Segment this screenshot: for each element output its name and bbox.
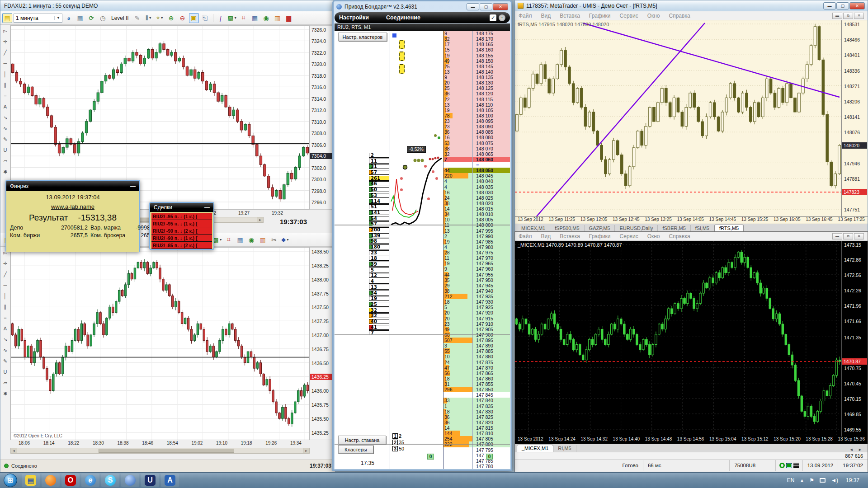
ladder-row[interactable]: 25148 145 xyxy=(443,64,510,69)
ladder-row[interactable]: 18147 930 xyxy=(443,299,510,305)
droplet-icon[interactable]: ⬥▼ xyxy=(280,235,290,245)
menu-Справка[interactable]: Справка xyxy=(669,13,690,19)
ladder-row[interactable]: 44147 955 xyxy=(443,272,510,277)
ie-icon[interactable]: e xyxy=(81,474,99,487)
menu-Графики[interactable]: Графики xyxy=(589,13,611,19)
cluster-value[interactable]: 19 xyxy=(369,296,389,301)
ladder-row[interactable]: 33147 840 xyxy=(443,398,510,403)
firefox-icon[interactable] xyxy=(42,474,60,487)
zoom-in-icon[interactable]: ⊕ xyxy=(166,13,176,23)
feather-icon[interactable]: ✎ xyxy=(132,13,142,23)
menu-Сервис[interactable]: Сервис xyxy=(620,233,638,239)
index-hscrollbar[interactable]: ◄ ► xyxy=(10,448,310,454)
ladder-row[interactable]: 78148 100 xyxy=(443,113,510,118)
cluster-value[interactable]: 139 xyxy=(369,233,389,238)
close-button[interactable]: ✕ xyxy=(493,3,508,10)
ladder-row[interactable]: 23148 090 xyxy=(443,124,510,129)
menu-Вид[interactable]: Вид xyxy=(541,13,551,19)
ladder-row[interactable]: 3147 890 xyxy=(443,343,510,348)
close-button[interactable]: ✕ xyxy=(849,2,865,9)
speaker-icon[interactable]: ◄) xyxy=(831,477,838,483)
cluster-value[interactable]: 5 xyxy=(369,267,389,272)
chart-globe-icon[interactable]: ◕ xyxy=(64,13,74,23)
ladder-row[interactable]: 10148 005 xyxy=(443,217,510,222)
trade-row[interactable]: RIU2/ -90 п. ↓ (2 к.) [ xyxy=(151,227,212,235)
vline-icon[interactable]: │ xyxy=(1,292,9,300)
hline-icon[interactable]: ─ xyxy=(1,59,9,67)
tab-fSi,M5[interactable]: fSi,M5 xyxy=(691,225,714,232)
trade-row[interactable]: RIU2/ -85 п. ↓ (2 к.) [ xyxy=(151,242,212,249)
ladder-row[interactable]: 18147 860 xyxy=(443,376,510,381)
ladder-row[interactable]: 55147 885 xyxy=(443,348,510,354)
cluster-value[interactable]: 23 xyxy=(369,250,389,255)
ladder-row[interactable]: 24147 875 xyxy=(443,360,510,365)
ladder-row[interactable]: 212147 935 xyxy=(443,294,510,299)
ladder-row[interactable]: 9148 135 xyxy=(443,75,510,80)
micex-chart[interactable]: _MICEX,M1 1470.89 1470.89 1470.87 1470.8… xyxy=(515,241,868,436)
minimize-button[interactable]: ▬ xyxy=(832,13,842,19)
trade-row[interactable]: RIU2/ -95 п. ↓ (1 к.) [ xyxy=(151,213,212,220)
fib-icon[interactable]: ≡ xyxy=(1,92,9,100)
ladder-row[interactable]: 31147 855 xyxy=(443,381,510,387)
language-indicator[interactable]: EN xyxy=(787,477,795,483)
checkbox-icon[interactable]: ✓ xyxy=(490,14,496,21)
scroll-right-icon[interactable]: ► xyxy=(257,217,263,222)
menu-Графики[interactable]: Графики xyxy=(589,233,611,239)
ladder-row[interactable]: 147 795 xyxy=(443,447,510,453)
minimize-icon[interactable]: — xyxy=(130,183,136,189)
trade-row[interactable]: RIU2/ -95 п. ↓ (1 к.) [ xyxy=(151,220,212,227)
ladder-row[interactable]: 4148 040 xyxy=(443,178,510,184)
close-button[interactable]: ✕ xyxy=(854,233,864,239)
scroll-right-icon[interactable]: ► xyxy=(303,448,309,453)
text-icon[interactable]: A xyxy=(1,324,9,333)
ladder-row[interactable]: 29147 945 xyxy=(443,283,510,288)
restore-button[interactable]: ⧉ xyxy=(843,13,853,19)
tab-fRTS,M5[interactable]: fRTS,M5 xyxy=(714,225,744,232)
ladder-row[interactable]: 507147 895 xyxy=(443,338,510,343)
ladder-row[interactable]: 10147 880 xyxy=(443,354,510,359)
oec-app-icon[interactable]: ▤ xyxy=(22,474,40,487)
ladder-row[interactable]: 20147 915 xyxy=(443,316,510,321)
trendline-icon[interactable]: ╱ xyxy=(1,270,9,278)
minimize-button[interactable]: ▬ xyxy=(467,3,479,10)
ladder-row[interactable]: 36148 120 xyxy=(443,91,510,96)
tab-MICEX,M1[interactable]: MICEX,M1 xyxy=(517,225,550,232)
eraser-icon[interactable]: ▱ xyxy=(1,379,9,387)
trendline-icon[interactable]: ╱ xyxy=(1,48,9,56)
order-marker-icon[interactable] xyxy=(399,52,405,61)
cluster-value[interactable]: 39 xyxy=(369,262,389,267)
trade-row[interactable]: RIU2/ -90 п. ↓ (1 к.) [ xyxy=(151,235,212,242)
vline-icon[interactable]: │ xyxy=(1,70,9,78)
ladder-row[interactable]: 19147 985 xyxy=(443,239,510,244)
color-bars-icon[interactable]: ▥ xyxy=(273,13,283,23)
ladder-row[interactable]: 147 780 xyxy=(443,464,510,469)
menu-Файл[interactable]: Файл xyxy=(519,233,532,239)
finrez-link[interactable]: www.a-lab.name xyxy=(51,203,94,210)
ladder-row[interactable]: 17148 165 xyxy=(443,42,510,47)
order-marker-icon[interactable] xyxy=(399,40,405,49)
ladder-row[interactable]: 16148 030 xyxy=(443,190,510,195)
cluster-value[interactable]: 57 xyxy=(369,170,389,175)
restore-button[interactable]: ⧉ xyxy=(843,233,853,239)
minimize-button[interactable]: ▬ xyxy=(823,2,836,9)
cluster-value[interactable]: 11 xyxy=(369,159,389,164)
cluster-value[interactable]: 114 xyxy=(369,199,389,204)
cluster-value[interactable]: 7 xyxy=(369,330,389,335)
ladder-row[interactable]: 220148 045 xyxy=(443,173,510,178)
ladder-row[interactable]: 16148 080 xyxy=(443,135,510,140)
finrez-titlebar[interactable]: Финрез — xyxy=(6,181,139,191)
arrow-icon[interactable]: ↘ xyxy=(1,113,9,122)
ladder-row[interactable]: 7148 060 xyxy=(443,157,510,162)
text-icon[interactable]: A xyxy=(1,103,9,111)
zoom-out-icon[interactable]: ⊖ xyxy=(178,13,188,23)
node-tree-icon[interactable]: ⌗ xyxy=(224,235,234,245)
cluster-value[interactable]: 32 xyxy=(369,308,389,313)
ladder-row[interactable]: 2147 990 xyxy=(443,234,510,239)
cluster-value[interactable]: 13 xyxy=(369,285,389,290)
menu-Вставка[interactable]: Вставка xyxy=(560,233,580,239)
tab-GAZP,M5[interactable]: GAZP,M5 xyxy=(585,225,615,232)
cluster-value[interactable]: 40 xyxy=(369,319,389,324)
ladder-row[interactable]: 60147 900 xyxy=(443,332,510,338)
pointer-icon[interactable]: ▻ xyxy=(1,27,9,35)
ladder-row[interactable]: 13148 110 xyxy=(443,102,510,108)
